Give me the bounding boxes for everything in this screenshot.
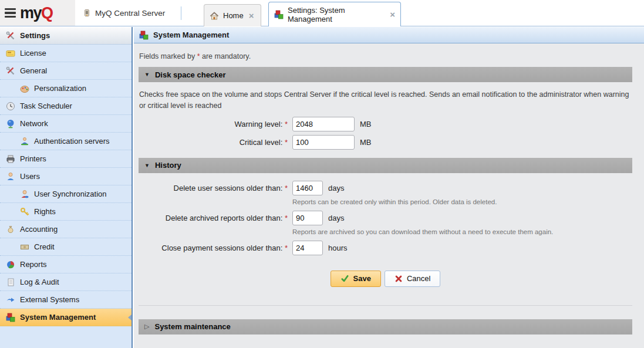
sidebar-item-rights[interactable]: Rights [0,203,132,221]
delete-user-sessions-row: Delete user sessions older than: * days [139,181,632,195]
section-header-system-maintenance[interactable]: ▷ System maintenance [139,319,632,335]
delete-archived-reports-input[interactable] [292,211,323,225]
critical-level-input[interactable] [292,135,355,150]
close-payment-sessions-input[interactable] [292,241,323,255]
sidebar-item-log-audit[interactable]: Log & Audit [0,273,132,291]
piechart-icon [6,260,15,269]
sidebar-item-external-systems[interactable]: External Systems [0,291,132,309]
globe-icon [6,119,15,129]
tab-label: Settings: System Management [288,6,385,23]
printer-icon [6,154,15,164]
sidebar-item-license[interactable]: License [0,45,132,62]
save-label: Save [353,274,371,283]
license-icon [6,49,15,58]
section-header-disk-space-checker[interactable]: ▼ Disk space checker [139,67,632,82]
palette-icon [20,84,29,93]
save-button[interactable]: Save [331,271,381,287]
sidebar-header-settings: Settings [0,27,132,45]
user-sync-icon [20,190,29,199]
sidebar-item-credit[interactable]: Credit [0,238,132,256]
warning-level-input[interactable] [292,117,355,131]
sidebar-item-label: Credit [34,242,55,251]
unit-label: MB [360,138,372,147]
section-divider [139,305,632,306]
close-tab-icon[interactable]: × [390,9,395,19]
unit-label: days [328,214,344,222]
tab-label: Home [223,11,244,20]
moneybag-icon [6,225,15,234]
sidebar-item-label: Reports [20,260,47,269]
sidebar-item-printers[interactable]: Printers [0,150,132,168]
delete-user-sessions-help: Reports can be created only within this … [292,198,632,205]
clock-icon [6,102,15,111]
disk-checker-description: Checks free space on the volume and stop… [139,89,632,112]
sidebar-item-accounting[interactable]: Accounting [0,221,132,238]
blocks-icon [6,313,15,322]
blocks-icon [274,10,284,19]
mandatory-note: Fields marked by * are mandatory. [139,52,632,60]
server-device-icon [82,8,92,18]
sidebar-item-system-management[interactable]: System Management [0,309,132,326]
delete-archived-reports-help: Reports are archived so you can download… [292,228,632,235]
unit-label: hours [328,244,348,252]
sidebar-item-label: Printers [20,154,46,163]
cancel-button[interactable]: Cancel [385,271,440,287]
user-icon [6,172,15,181]
main-panel: System Management Fields marked by * are… [134,27,644,348]
sidebar-item-personalization[interactable]: Personalization [0,80,132,97]
tab-settings-system-management[interactable]: Settings: System Management × [268,2,401,26]
sidebar-item-users[interactable]: Users [0,168,132,185]
home-icon [210,11,219,21]
auth-servers-icon [20,137,29,146]
warning-level-row: Warning level: * MB [139,117,632,131]
blocks-icon [139,31,149,40]
sidebar-item-label: Rights [34,207,56,216]
sidebar-item-label: Task Scheduler [20,102,72,110]
sidebar-item-label: Personalization [34,84,86,93]
sidebar-item-label: License [20,49,46,58]
sidebar-item-network[interactable]: Network [0,115,132,133]
button-row: Save Cancel [139,271,632,287]
delete-user-sessions-label: Delete user sessions older than: * [139,184,288,192]
hamburger-menu-icon[interactable] [5,8,16,18]
delete-archived-reports-row: Delete archived reports older than: * da… [139,211,632,225]
collapse-collapsed-icon: ▷ [144,323,149,330]
sidebar-item-general[interactable]: General [0,62,132,80]
sidebar-item-authentication-servers[interactable]: Authentication servers [0,133,132,150]
close-payment-sessions-label: Close payment sessions older than: * [139,244,288,252]
sidebar-item-label: General [20,66,47,75]
collapse-expanded-icon: ▼ [144,72,150,77]
page-title-bar: System Management [134,27,644,43]
server-name: MyQ Central Server [82,0,165,26]
section-title: System maintenance [154,322,230,331]
tab-home[interactable]: Home × [204,4,261,26]
page-title: System Management [153,31,229,39]
tools-icon [6,31,15,40]
delete-user-sessions-input[interactable] [292,181,323,195]
cancel-label: Cancel [407,274,430,283]
sidebar-item-label: Users [20,172,40,181]
log-icon [6,278,15,287]
close-tab-icon[interactable]: × [249,11,254,21]
sidebar-item-label: User Synchronization [34,190,107,198]
section-header-history[interactable]: ▼ History [139,158,632,173]
sidebar-item-reports[interactable]: Reports [0,256,132,273]
top-bar: myQ MyQ Central Server Home × Settings: … [0,0,644,26]
collapse-expanded-icon: ▼ [144,163,150,168]
sidebar-item-task-scheduler[interactable]: Task Scheduler [0,97,132,115]
close-payment-sessions-row: Close payment sessions older than: * hou… [139,241,632,255]
sidebar-title: Settings [20,31,50,40]
unit-label: MB [360,120,372,129]
server-name-label: MyQ Central Server [95,9,165,18]
sidebar-item-user-synchronization[interactable]: User Synchronization [0,185,132,203]
sidebar-item-label: Authentication servers [34,137,110,146]
app-menu-button[interactable]: myQ [0,0,75,26]
sidebar-item-label: Network [20,119,48,128]
topbar-divider [181,6,181,20]
sidebar-item-label: Accounting [20,225,58,234]
key-icon [20,207,29,217]
warning-level-label: Warning level: * [139,120,288,129]
critical-level-row: Critical level: * MB [139,135,632,150]
sidebar-item-label: System Management [20,313,96,322]
external-arrows-icon [6,295,15,305]
